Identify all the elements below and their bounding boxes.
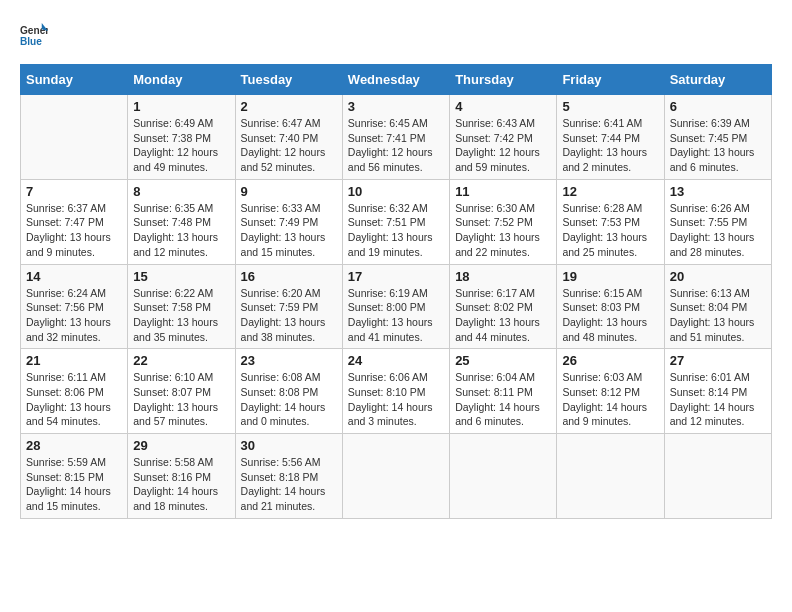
day-info: Sunrise: 6:17 AM Sunset: 8:02 PM Dayligh… [455,286,551,345]
day-info: Sunrise: 6:33 AM Sunset: 7:49 PM Dayligh… [241,201,337,260]
day-info: Sunrise: 6:19 AM Sunset: 8:00 PM Dayligh… [348,286,444,345]
calendar-header-row: SundayMondayTuesdayWednesdayThursdayFrid… [21,65,772,95]
calendar-cell: 15Sunrise: 6:22 AM Sunset: 7:58 PM Dayli… [128,264,235,349]
day-info: Sunrise: 6:10 AM Sunset: 8:07 PM Dayligh… [133,370,229,429]
logo-icon: General Blue [20,20,48,48]
col-header-friday: Friday [557,65,664,95]
day-info: Sunrise: 6:41 AM Sunset: 7:44 PM Dayligh… [562,116,658,175]
day-info: Sunrise: 6:26 AM Sunset: 7:55 PM Dayligh… [670,201,766,260]
day-number: 30 [241,438,337,453]
day-info: Sunrise: 6:30 AM Sunset: 7:52 PM Dayligh… [455,201,551,260]
calendar-cell: 22Sunrise: 6:10 AM Sunset: 8:07 PM Dayli… [128,349,235,434]
day-info: Sunrise: 6:08 AM Sunset: 8:08 PM Dayligh… [241,370,337,429]
day-number: 16 [241,269,337,284]
calendar-cell: 29Sunrise: 5:58 AM Sunset: 8:16 PM Dayli… [128,434,235,519]
calendar-cell: 25Sunrise: 6:04 AM Sunset: 8:11 PM Dayli… [450,349,557,434]
day-info: Sunrise: 6:47 AM Sunset: 7:40 PM Dayligh… [241,116,337,175]
day-info: Sunrise: 6:24 AM Sunset: 7:56 PM Dayligh… [26,286,122,345]
calendar-cell: 8Sunrise: 6:35 AM Sunset: 7:48 PM Daylig… [128,179,235,264]
calendar-cell: 26Sunrise: 6:03 AM Sunset: 8:12 PM Dayli… [557,349,664,434]
calendar-cell: 6Sunrise: 6:39 AM Sunset: 7:45 PM Daylig… [664,95,771,180]
calendar-cell: 24Sunrise: 6:06 AM Sunset: 8:10 PM Dayli… [342,349,449,434]
calendar-cell: 28Sunrise: 5:59 AM Sunset: 8:15 PM Dayli… [21,434,128,519]
day-number: 25 [455,353,551,368]
day-info: Sunrise: 6:11 AM Sunset: 8:06 PM Dayligh… [26,370,122,429]
day-info: Sunrise: 5:56 AM Sunset: 8:18 PM Dayligh… [241,455,337,514]
calendar-cell: 17Sunrise: 6:19 AM Sunset: 8:00 PM Dayli… [342,264,449,349]
calendar-cell [342,434,449,519]
calendar-row: 21Sunrise: 6:11 AM Sunset: 8:06 PM Dayli… [21,349,772,434]
day-number: 7 [26,184,122,199]
day-info: Sunrise: 6:06 AM Sunset: 8:10 PM Dayligh… [348,370,444,429]
calendar-cell: 13Sunrise: 6:26 AM Sunset: 7:55 PM Dayli… [664,179,771,264]
day-info: Sunrise: 6:03 AM Sunset: 8:12 PM Dayligh… [562,370,658,429]
day-number: 27 [670,353,766,368]
day-info: Sunrise: 6:37 AM Sunset: 7:47 PM Dayligh… [26,201,122,260]
calendar-cell: 27Sunrise: 6:01 AM Sunset: 8:14 PM Dayli… [664,349,771,434]
calendar-cell [557,434,664,519]
col-header-thursday: Thursday [450,65,557,95]
day-number: 6 [670,99,766,114]
col-header-saturday: Saturday [664,65,771,95]
day-info: Sunrise: 6:32 AM Sunset: 7:51 PM Dayligh… [348,201,444,260]
calendar-cell: 11Sunrise: 6:30 AM Sunset: 7:52 PM Dayli… [450,179,557,264]
day-number: 15 [133,269,229,284]
logo: General Blue [20,20,52,48]
day-info: Sunrise: 6:15 AM Sunset: 8:03 PM Dayligh… [562,286,658,345]
day-number: 17 [348,269,444,284]
col-header-sunday: Sunday [21,65,128,95]
svg-text:Blue: Blue [20,36,42,47]
calendar-cell: 16Sunrise: 6:20 AM Sunset: 7:59 PM Dayli… [235,264,342,349]
day-info: Sunrise: 6:04 AM Sunset: 8:11 PM Dayligh… [455,370,551,429]
day-number: 20 [670,269,766,284]
day-number: 22 [133,353,229,368]
day-number: 4 [455,99,551,114]
page-header: General Blue [20,20,772,48]
day-info: Sunrise: 6:39 AM Sunset: 7:45 PM Dayligh… [670,116,766,175]
day-number: 2 [241,99,337,114]
day-info: Sunrise: 6:45 AM Sunset: 7:41 PM Dayligh… [348,116,444,175]
day-info: Sunrise: 6:43 AM Sunset: 7:42 PM Dayligh… [455,116,551,175]
day-info: Sunrise: 6:28 AM Sunset: 7:53 PM Dayligh… [562,201,658,260]
day-info: Sunrise: 6:35 AM Sunset: 7:48 PM Dayligh… [133,201,229,260]
calendar-cell: 12Sunrise: 6:28 AM Sunset: 7:53 PM Dayli… [557,179,664,264]
day-number: 26 [562,353,658,368]
day-number: 3 [348,99,444,114]
calendar-cell: 3Sunrise: 6:45 AM Sunset: 7:41 PM Daylig… [342,95,449,180]
col-header-wednesday: Wednesday [342,65,449,95]
calendar-table: SundayMondayTuesdayWednesdayThursdayFrid… [20,64,772,519]
day-number: 28 [26,438,122,453]
calendar-cell: 23Sunrise: 6:08 AM Sunset: 8:08 PM Dayli… [235,349,342,434]
day-number: 12 [562,184,658,199]
day-number: 5 [562,99,658,114]
day-number: 10 [348,184,444,199]
calendar-cell: 7Sunrise: 6:37 AM Sunset: 7:47 PM Daylig… [21,179,128,264]
calendar-cell: 21Sunrise: 6:11 AM Sunset: 8:06 PM Dayli… [21,349,128,434]
day-number: 18 [455,269,551,284]
day-info: Sunrise: 6:13 AM Sunset: 8:04 PM Dayligh… [670,286,766,345]
calendar-cell: 2Sunrise: 6:47 AM Sunset: 7:40 PM Daylig… [235,95,342,180]
calendar-cell: 10Sunrise: 6:32 AM Sunset: 7:51 PM Dayli… [342,179,449,264]
calendar-row: 1Sunrise: 6:49 AM Sunset: 7:38 PM Daylig… [21,95,772,180]
calendar-cell: 5Sunrise: 6:41 AM Sunset: 7:44 PM Daylig… [557,95,664,180]
calendar-cell: 18Sunrise: 6:17 AM Sunset: 8:02 PM Dayli… [450,264,557,349]
day-number: 1 [133,99,229,114]
day-number: 23 [241,353,337,368]
calendar-cell: 4Sunrise: 6:43 AM Sunset: 7:42 PM Daylig… [450,95,557,180]
calendar-row: 28Sunrise: 5:59 AM Sunset: 8:15 PM Dayli… [21,434,772,519]
calendar-cell: 30Sunrise: 5:56 AM Sunset: 8:18 PM Dayli… [235,434,342,519]
day-number: 24 [348,353,444,368]
calendar-cell [450,434,557,519]
day-number: 21 [26,353,122,368]
calendar-cell: 20Sunrise: 6:13 AM Sunset: 8:04 PM Dayli… [664,264,771,349]
day-info: Sunrise: 5:59 AM Sunset: 8:15 PM Dayligh… [26,455,122,514]
calendar-cell [21,95,128,180]
calendar-row: 7Sunrise: 6:37 AM Sunset: 7:47 PM Daylig… [21,179,772,264]
calendar-cell: 9Sunrise: 6:33 AM Sunset: 7:49 PM Daylig… [235,179,342,264]
col-header-tuesday: Tuesday [235,65,342,95]
day-info: Sunrise: 5:58 AM Sunset: 8:16 PM Dayligh… [133,455,229,514]
day-info: Sunrise: 6:20 AM Sunset: 7:59 PM Dayligh… [241,286,337,345]
day-number: 9 [241,184,337,199]
day-info: Sunrise: 6:01 AM Sunset: 8:14 PM Dayligh… [670,370,766,429]
day-number: 8 [133,184,229,199]
